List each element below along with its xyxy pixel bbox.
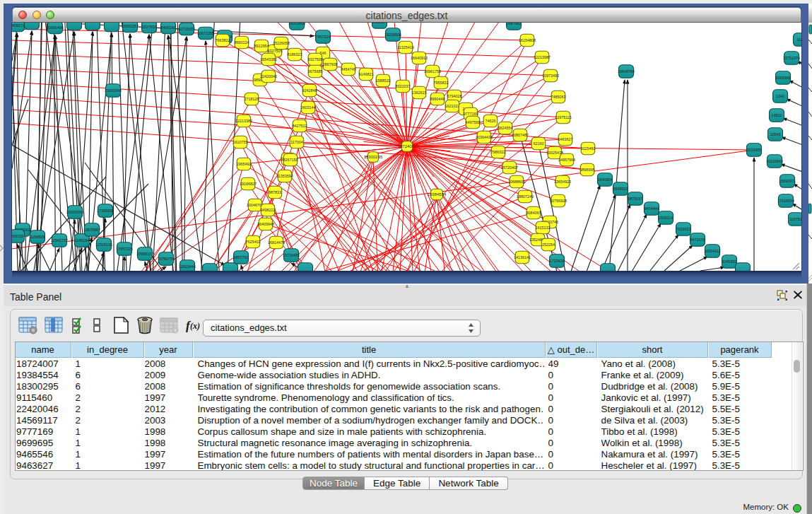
svg-text:10807487: 10807487: [512, 133, 529, 137]
svg-text:8471676: 8471676: [690, 238, 705, 242]
svg-text:12975115: 12975115: [555, 115, 572, 119]
svg-text:1621022: 1621022: [445, 104, 460, 108]
svg-text:1362615: 1362615: [412, 90, 427, 95]
svg-text:20206556: 20206556: [66, 210, 83, 214]
svg-text:2603144: 2603144: [301, 105, 316, 110]
svg-text:10654112: 10654112: [704, 249, 721, 253]
svg-text:1112: 1112: [796, 37, 801, 42]
svg-text:9245652: 9245652: [722, 259, 737, 264]
svg-text:17016504: 17016504: [777, 199, 794, 203]
svg-text:18300295: 18300295: [364, 155, 383, 159]
svg-text:7485063: 7485063: [551, 95, 566, 99]
svg-text:1610755: 1610755: [233, 140, 248, 144]
svg-text:9463627: 9463627: [558, 137, 573, 141]
svg-text:10975867: 10975867: [83, 228, 100, 232]
svg-text:117004: 117004: [290, 140, 303, 144]
svg-text:20691406: 20691406: [47, 25, 64, 30]
svg-text:14957964: 14957964: [558, 158, 575, 162]
svg-text:11353594: 11353594: [276, 174, 293, 178]
svg-text:17957225: 17957225: [116, 247, 133, 251]
svg-text:3675685: 3675685: [308, 69, 323, 74]
svg-text:3215955: 3215955: [747, 148, 762, 152]
svg-text:15720407: 15720407: [501, 165, 518, 170]
svg-text:10973493: 10973493: [542, 74, 559, 78]
svg-text:6879197: 6879197: [628, 197, 643, 201]
svg-text:(x): (x): [190, 321, 200, 331]
svg-text:12923446: 12923446: [179, 264, 196, 269]
svg-text:10688609: 10688609: [508, 180, 525, 184]
svg-text:16210643: 16210643: [766, 159, 783, 163]
svg-text:74626: 74626: [486, 119, 496, 123]
svg-text:939159: 939159: [12, 234, 23, 238]
svg-text:6794028: 6794028: [447, 94, 462, 98]
svg-text:7957224: 7957224: [316, 35, 331, 39]
svg-text:16640910: 16640910: [411, 56, 428, 60]
svg-text:8990448: 8990448: [430, 97, 445, 101]
svg-text:8267150: 8267150: [283, 158, 298, 162]
svg-text:8912954: 8912954: [254, 44, 269, 48]
svg-text:2687682: 2687682: [507, 23, 522, 25]
svg-text:12213987: 12213987: [534, 55, 551, 59]
svg-text:62160: 62160: [534, 141, 544, 146]
svg-text:18807249: 18807249: [517, 194, 534, 199]
svg-text:1733426: 1733426: [550, 259, 565, 263]
svg-text:16782759: 16782759: [158, 257, 175, 261]
svg-text:9146821: 9146821: [359, 72, 374, 76]
svg-text:10719155: 10719155: [178, 27, 195, 31]
svg-text:17359928: 17359928: [97, 209, 114, 213]
svg-text:7625402: 7625402: [246, 240, 261, 244]
svg-text:8813054: 8813054: [372, 23, 387, 24]
svg-text:23053346: 23053346: [105, 88, 122, 93]
svg-text:16154808: 16154808: [519, 38, 536, 42]
svg-text:9896995: 9896995: [580, 168, 595, 172]
svg-text:9857791: 9857791: [234, 255, 249, 259]
svg-text:19166827: 19166827: [240, 182, 257, 186]
svg-text:9777169: 9777169: [464, 112, 478, 116]
svg-text:8186323: 8186323: [288, 52, 302, 57]
svg-text:8322037: 8322037: [396, 84, 411, 88]
svg-text:7955822: 7955822: [434, 81, 449, 85]
svg-text:3624554: 3624554: [498, 126, 513, 130]
svg-text:12505135: 12505135: [95, 243, 112, 247]
svg-text:13654923: 13654923: [554, 180, 571, 184]
svg-text:10653257: 10653257: [122, 24, 139, 28]
svg-text:9474444: 9474444: [645, 206, 659, 211]
svg-text:1615132: 1615132: [536, 226, 551, 230]
svg-text:1156829: 1156829: [30, 235, 45, 239]
svg-text:1965492: 1965492: [237, 162, 252, 166]
svg-text:9115460: 9115460: [581, 146, 596, 151]
svg-text:1527602: 1527602: [142, 25, 157, 29]
svg-text:14136141: 14136141: [514, 255, 531, 259]
svg-text:14522: 14522: [772, 113, 782, 117]
svg-text:252254: 252254: [542, 243, 555, 247]
svg-text:10756928: 10756928: [550, 199, 567, 203]
svg-text:8660124: 8660124: [235, 40, 249, 45]
svg-text:1588520: 1588520: [376, 78, 391, 83]
svg-text:8466160: 8466160: [161, 25, 176, 30]
svg-text:10958107: 10958107: [136, 252, 153, 256]
svg-text:1343: 1343: [776, 94, 784, 98]
svg-text:16409948: 16409948: [257, 222, 274, 226]
svg-text:9084067: 9084067: [526, 211, 541, 215]
svg-text:15692971: 15692971: [779, 179, 796, 183]
svg-text:6497568: 6497568: [466, 120, 481, 124]
svg-text:19218506: 19218506: [384, 33, 401, 37]
svg-text:16961758: 16961758: [424, 69, 441, 74]
svg-text:8938923: 8938923: [613, 187, 628, 191]
svg-text:1145194: 1145194: [75, 238, 90, 243]
svg-text:12942737: 12942737: [51, 238, 68, 243]
svg-text:10025438: 10025438: [546, 151, 563, 155]
svg-text:16543382: 16543382: [260, 57, 277, 62]
svg-text:116753: 116753: [789, 217, 801, 221]
svg-text:11325419: 11325419: [397, 45, 414, 49]
svg-text:16033809: 16033809: [288, 23, 305, 25]
svg-text:15226058: 15226058: [273, 41, 290, 45]
svg-text:7986322: 7986322: [491, 150, 506, 154]
svg-text:10671355: 10671355: [197, 31, 214, 35]
svg-text:8454749: 8454749: [341, 67, 356, 71]
svg-text:15716485: 15716485: [283, 253, 300, 257]
svg-text:22420046: 22420046: [260, 74, 277, 78]
svg-text:12213389: 12213389: [235, 119, 252, 123]
svg-text:20364436: 20364436: [476, 135, 493, 139]
svg-text:2867608: 2867608: [323, 62, 338, 66]
